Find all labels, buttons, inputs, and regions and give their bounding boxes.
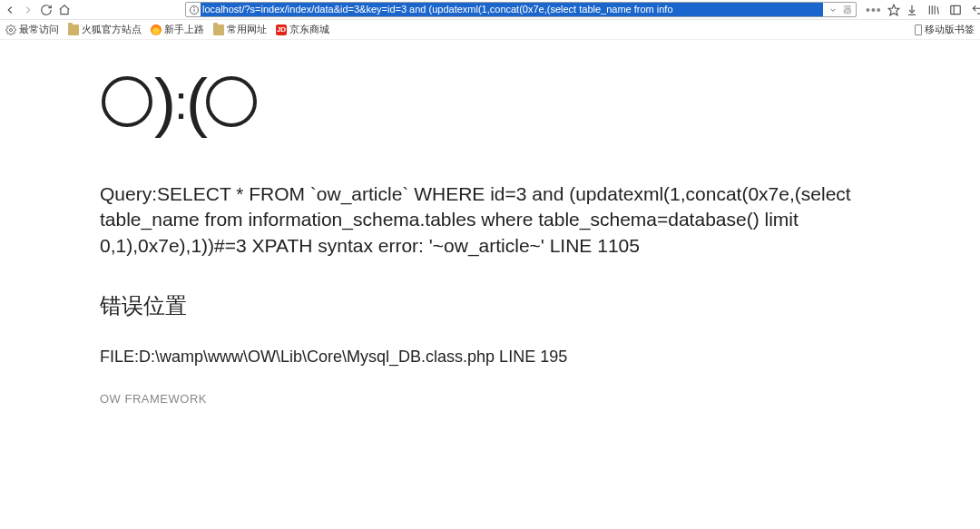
bookmark-label: 最常访问	[19, 23, 59, 36]
browser-navbar: localhost/?s=index/index/data&id=3&key=i…	[0, 0, 980, 20]
back-icon[interactable]	[4, 4, 16, 16]
undo-icon[interactable]	[971, 4, 980, 16]
page-actions-icon[interactable]: •••	[866, 3, 882, 17]
bookmark-mobile[interactable]: 移动版书签	[915, 23, 975, 36]
bookmark-firefox-official[interactable]: 火狐官方站点	[68, 23, 142, 36]
jd-icon: JD	[276, 24, 287, 35]
svg-point-10	[10, 28, 13, 31]
bookmark-label: 京东商城	[289, 23, 329, 36]
firefox-icon	[151, 24, 162, 35]
forward-icon	[22, 4, 34, 16]
framework-label: OW FRAMEWORK	[100, 392, 980, 406]
error-file-line: FILE:D:\wamp\www\OW\Lib\Core\Mysql_DB.cl…	[100, 348, 980, 367]
folder-icon	[213, 24, 224, 35]
bookmark-most-visited[interactable]: 最常访问	[5, 23, 59, 36]
bookmark-newbie[interactable]: 新手上路	[151, 23, 204, 36]
folder-icon	[68, 24, 79, 35]
paren-close-icon: )	[154, 76, 172, 127]
error-emoji: ) : (	[100, 76, 980, 127]
colon-icon: :	[174, 76, 184, 127]
info-icon[interactable]	[188, 4, 201, 16]
reload-icon[interactable]	[40, 4, 53, 16]
bookmark-common-sites[interactable]: 常用网址	[213, 23, 267, 36]
bookmark-label: 新手上路	[164, 23, 204, 36]
svg-rect-4	[950, 5, 960, 14]
address-bar[interactable]: localhost/?s=index/index/data&id=3&key=i…	[185, 2, 857, 17]
circle-icon	[102, 76, 152, 127]
bookmark-label: 移动版书签	[925, 23, 975, 36]
bookmark-star-icon[interactable]	[887, 4, 900, 16]
sidebar-icon[interactable]	[949, 4, 962, 16]
reader-mode-icon[interactable]: 器	[843, 4, 852, 16]
error-page: ) : ( Query:SELECT * FROM `ow_article` W…	[0, 40, 980, 406]
error-query-text: Query:SELECT * FROM `ow_article` WHERE i…	[100, 181, 862, 259]
error-location-heading: 错误位置	[100, 291, 980, 320]
download-icon[interactable]	[906, 4, 918, 16]
phone-icon	[915, 24, 922, 35]
bookmark-label: 常用网址	[227, 23, 267, 36]
bookmark-jd[interactable]: JD 京东商城	[276, 23, 329, 36]
gear-icon	[5, 24, 16, 35]
paren-open-icon: (	[186, 76, 204, 127]
svg-point-2	[194, 7, 195, 8]
toolbar-right	[906, 4, 980, 16]
svg-marker-3	[888, 5, 899, 15]
address-bar-url[interactable]: localhost/?s=index/index/data&id=3&key=i…	[201, 3, 823, 16]
dropdown-icon[interactable]	[827, 4, 839, 16]
address-bar-controls: 器	[823, 4, 856, 16]
home-icon[interactable]	[58, 4, 71, 16]
bookmark-label: 火狐官方站点	[82, 23, 142, 36]
library-icon[interactable]	[927, 4, 940, 16]
circle-icon	[206, 76, 257, 127]
bookmarks-bar: 最常访问 火狐官方站点 新手上路 常用网址 JD 京东商城 移动版书签	[0, 20, 980, 40]
